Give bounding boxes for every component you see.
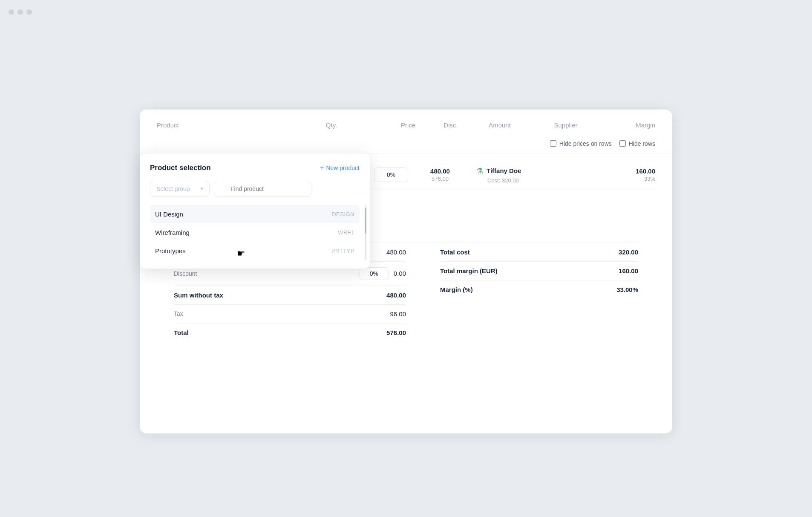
table-header: Product Qty. Price Disc. Amount Supplier…: [140, 110, 672, 134]
discount-input-row: 0.00: [360, 267, 406, 280]
margin-cell: 160.00 33%: [604, 168, 655, 182]
product-selection-dropdown: Product selection + New product Select g…: [140, 153, 370, 269]
content-area: 480.00 576.00 ⚗ Tiffany Doe Cost: 320.00…: [140, 153, 672, 359]
select-group-dropdown[interactable]: Select group ▾: [150, 181, 210, 197]
product-list: UI Design DESIGN Wireframing WRF1 Protot…: [150, 205, 360, 260]
supplier-cost: Cost: 320.00: [476, 177, 604, 184]
plus-icon: +: [320, 164, 324, 172]
hide-prices-label[interactable]: Hide prices on rows: [550, 140, 612, 147]
disc-input[interactable]: [374, 168, 408, 182]
window-chrome: [0, 0, 812, 24]
supplier-cell: ⚗ Tiffany Doe Cost: 320.00: [468, 166, 604, 184]
total-cost-row: Total cost 320.00: [440, 243, 638, 262]
toolbar-right: Hide prices on rows Hide rows: [550, 140, 655, 147]
chevron-down-icon: ▾: [201, 186, 203, 191]
col-qty: Qty.: [276, 121, 387, 129]
traffic-light-close[interactable]: [9, 9, 14, 15]
list-item[interactable]: Wireframing WRF1: [150, 223, 360, 242]
toolbar-row: Hide prices on rows Hide rows: [140, 134, 672, 153]
col-disc: Disc.: [429, 121, 472, 129]
main-card: Product Qty. Price Disc. Amount Supplier…: [140, 110, 672, 433]
total-margin-row: Total margin (EUR) 160.00: [440, 262, 638, 280]
discount-input[interactable]: [360, 267, 389, 280]
col-product: Product: [157, 121, 276, 129]
tax-row: Tax 96.00: [174, 305, 406, 323]
traffic-light-maximize[interactable]: [26, 9, 32, 15]
amount-cell: 480.00 576.00: [412, 168, 468, 182]
totals-right: Total cost 320.00 Total margin (EUR) 160…: [406, 243, 638, 342]
margin-pct-row: Margin (%) 33.00%: [440, 280, 638, 299]
dropdown-title: Product selection: [150, 164, 211, 172]
col-margin: Margin: [604, 121, 655, 129]
list-item[interactable]: UI Design DESIGN: [150, 205, 360, 223]
scrollbar-thumb[interactable]: [365, 208, 366, 234]
total-row: Total 576.00: [174, 323, 406, 342]
dropdown-divider: [150, 203, 360, 203]
hide-prices-checkbox[interactable]: [550, 140, 556, 147]
col-amount: Amount: [472, 121, 527, 129]
scrollbar[interactable]: [365, 205, 366, 260]
supplier-icon: ⚗: [476, 166, 483, 176]
list-item[interactable]: Prototypes PRTTYP: [150, 242, 360, 260]
sum-without-tax-row: Sum without tax 480.00: [174, 286, 406, 305]
hide-rows-checkbox[interactable]: [619, 140, 626, 147]
hide-rows-label[interactable]: Hide rows: [619, 140, 655, 147]
dropdown-header: Product selection + New product: [150, 164, 360, 172]
find-product-input[interactable]: [214, 181, 311, 197]
new-product-button[interactable]: + New product: [320, 164, 360, 172]
col-price: Price: [387, 121, 429, 129]
col-supplier: Supplier: [527, 121, 604, 129]
disc-cell: [370, 168, 412, 182]
dropdown-filters: Select group ▾ 🔍: [150, 181, 360, 197]
traffic-light-minimize[interactable]: [17, 9, 23, 15]
search-wrapper: 🔍: [214, 181, 360, 197]
